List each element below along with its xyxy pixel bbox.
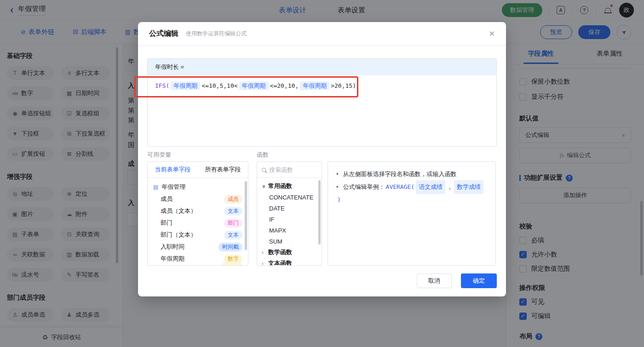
formula-field-chip[interactable]: 年假周期 [300, 81, 329, 90]
formula-field-chip[interactable]: 年假周期 [171, 81, 200, 90]
formula-function-token: IFS( [155, 82, 169, 89]
confirm-button[interactable]: 确定 [461, 273, 497, 288]
variable-type-badge: 数字 [224, 255, 242, 263]
modal-header: 公式编辑 使用数学运算符编辑公式 ✕ [138, 22, 506, 46]
caret-right-icon: › [262, 261, 268, 266]
variable-row[interactable]: 入职时间时间戳 [148, 241, 248, 253]
panels-row: 当前表单字段 所有表单字段 ▤年假管理成员成员成员（文本）文本部门部门部门（文本… [147, 161, 497, 266]
caret-down-icon: ∨ [262, 183, 268, 189]
function-search [257, 162, 322, 178]
variable-type-badge: 文本 [224, 207, 242, 216]
variable-type-badge: 部门 [224, 219, 242, 228]
formula-editor-modal: 公式编辑 使用数学运算符编辑公式 ✕ 年假时长 = IFS(年假周期<=10,5… [138, 22, 506, 296]
function-group-label: 文本函数 [268, 259, 292, 266]
variable-type-badge: 文本 [224, 231, 242, 239]
variable-name: 年假周期 [161, 255, 184, 263]
functions-scrollbar-thumb[interactable] [318, 180, 321, 245]
variable-root-row[interactable]: ▤年假管理 [148, 181, 248, 193]
modal-footer: 取消 确定 [147, 273, 497, 288]
function-group-label: 常用函数 [268, 182, 292, 190]
variables-label: 可用变量 [147, 151, 257, 159]
variable-row[interactable]: 成员成员 [148, 193, 248, 205]
form-doc-icon: ▤ [153, 184, 158, 190]
tip-line-1: 从左侧面板选择字段名和函数，或输入函数 [336, 168, 487, 180]
function-item[interactable]: CONCATENATE [257, 192, 322, 203]
variable-type-badge: 成员 [224, 195, 242, 204]
formula-result-label: 年假时长 = [148, 59, 496, 75]
variable-row[interactable]: 部门（文本）文本 [148, 229, 248, 241]
close-icon[interactable]: ✕ [489, 29, 495, 38]
variables-tab-all[interactable]: 所有表单字段 [198, 162, 248, 177]
tip-field-chip: 语文成绩 [416, 180, 445, 194]
formula-operator-token: <=10,5,10< [201, 82, 237, 89]
function-group[interactable]: ∨常用函数 [257, 181, 322, 192]
search-icon [262, 168, 266, 172]
formula-field-chip[interactable]: 年假周期 [239, 81, 269, 90]
variable-row[interactable]: 成员（文本）文本 [148, 205, 248, 217]
variables-scrollbar-thumb[interactable] [245, 181, 247, 250]
formula-operator-token: >20,15) [331, 82, 356, 89]
tip-line-2: 公式编辑举例：AVERAGE(语文成绩，数学成绩) [336, 180, 487, 206]
variable-row[interactable]: 部门部门 [148, 217, 248, 229]
variable-name: 入职时间 [161, 243, 184, 251]
clipped-badge [222, 262, 242, 266]
formula-input-area[interactable]: IFS(年假周期<=10,5,10<年假周期<=20,10,年假周期>20,15… [148, 75, 496, 147]
panel-labels: 可用变量 函数 [147, 151, 497, 159]
functions-panel: ∨常用函数CONCATENATEDATEIFMAPXSUM›数学函数›文本函数 [257, 161, 322, 266]
variable-name: 成员（文本） [161, 207, 196, 215]
functions-list: ∨常用函数CONCATENATEDATEIFMAPXSUM›数学函数›文本函数 [257, 178, 322, 266]
function-item[interactable]: MAPX [257, 225, 322, 236]
modal-title: 公式编辑 [149, 29, 178, 39]
variables-panel: 当前表单字段 所有表单字段 ▤年假管理成员成员成员（文本）文本部门部门部门（文本… [147, 161, 248, 266]
function-search-input[interactable] [269, 166, 310, 173]
variable-name: 部门（文本） [161, 231, 196, 239]
variable-root-name: 年假管理 [161, 183, 185, 191]
variable-name: 部门 [161, 219, 172, 227]
function-group[interactable]: ›文本函数 [257, 258, 322, 266]
function-item[interactable]: DATE [257, 203, 322, 214]
cancel-button[interactable]: 取消 [417, 273, 452, 288]
formula-operator-token: <=20,10, [270, 82, 299, 89]
function-group-label: 数学函数 [268, 248, 292, 256]
tip-function-name: AVERAGE( [386, 181, 415, 193]
variable-name: 成员 [161, 195, 172, 203]
modal-body: 年假时长 = IFS(年假周期<=10,5,10<年假周期<=20,10,年假周… [138, 58, 506, 288]
tip-comma: ， [447, 181, 453, 193]
tip-example-prefix: 公式编辑举例： [343, 181, 385, 193]
tip-close-paren: ) [337, 194, 341, 206]
function-item[interactable]: SUM [257, 236, 322, 247]
function-group[interactable]: ›数学函数 [257, 247, 322, 258]
formula-editor-box: 年假时长 = IFS(年假周期<=10,5,10<年假周期<=20,10,年假周… [147, 58, 497, 147]
tip-field-chip: 数学成绩 [454, 180, 483, 194]
variables-list: ▤年假管理成员成员成员（文本）文本部门部门部门（文本）文本入职时间时间戳年假周期… [148, 178, 248, 266]
variables-tab-current[interactable]: 当前表单字段 [148, 162, 198, 177]
app: ‹ 年假管理 表单设计 表单设置 数据管理 A ? 政 ⊘表单外链 ☒后端脚本 … [0, 0, 644, 347]
modal-subtitle: 使用数学运算符编辑公式 [186, 30, 247, 38]
functions-label: 函数 [257, 151, 269, 159]
function-item[interactable]: IF [257, 214, 322, 225]
variables-tabs: 当前表单字段 所有表单字段 [148, 162, 248, 178]
caret-right-icon: › [262, 250, 268, 255]
variable-type-badge: 时间戳 [218, 243, 242, 251]
tips-panel: 从左侧面板选择字段名和函数，或输入函数 公式编辑举例：AVERAGE(语文成绩，… [328, 161, 496, 266]
